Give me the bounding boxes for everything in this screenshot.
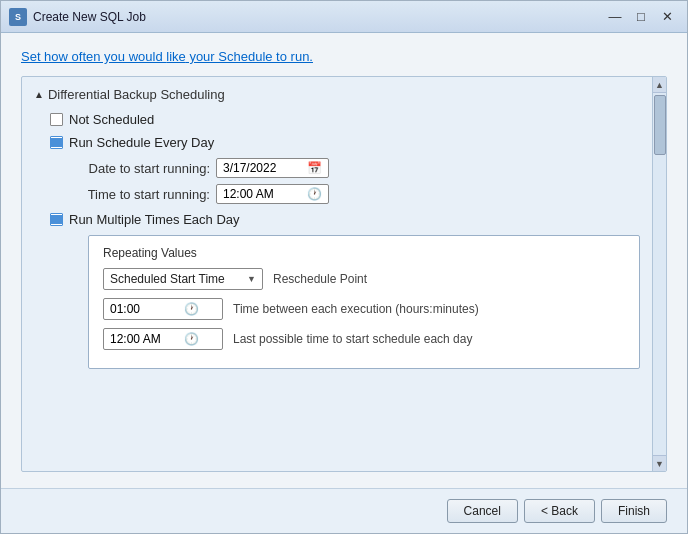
not-scheduled-checkbox[interactable] (50, 113, 63, 126)
title-bar: S Create New SQL Job — □ ✕ (1, 1, 687, 33)
last-time-input[interactable] (110, 332, 180, 346)
run-every-day-label: Run Schedule Every Day (69, 135, 214, 150)
scroll-content: ▲ Differential Backup Scheduling Not Sch… (22, 77, 652, 471)
content-area: Set how often you would like your Schedu… (1, 33, 687, 488)
scrollbar-up-button[interactable]: ▲ (653, 77, 667, 93)
description-text: Set how often you would like your Schedu… (21, 49, 667, 64)
maximize-button[interactable]: □ (629, 7, 653, 27)
scheduled-start-time-dropdown[interactable]: Scheduled Start Time ▼ (103, 268, 263, 290)
time-row: Time to start running: 🕐 (70, 184, 640, 204)
not-scheduled-option[interactable]: Not Scheduled (50, 112, 640, 127)
cancel-button[interactable]: Cancel (447, 499, 518, 523)
repeating-values-box: Repeating Values Scheduled Start Time ▼ … (88, 235, 640, 369)
repeating-title: Repeating Values (103, 246, 625, 260)
main-panel: ▲ Differential Backup Scheduling Not Sch… (21, 76, 667, 472)
run-multiple-section: Run Multiple Times Each Day Repeating Va… (50, 212, 640, 369)
scrollbar[interactable]: ▲ ▼ (652, 77, 666, 471)
date-input-group[interactable]: 📅 (216, 158, 329, 178)
description-link[interactable]: like (166, 49, 186, 64)
run-multiple-label: Run Multiple Times Each Day (69, 212, 240, 227)
interval-clock-icon[interactable]: 🕐 (184, 302, 199, 316)
interval-input-group[interactable]: 🕐 (103, 298, 223, 320)
dropdown-value: Scheduled Start Time (110, 272, 243, 286)
last-time-row: 🕐 Last possible time to start schedule e… (103, 328, 625, 350)
interval-input[interactable] (110, 302, 180, 316)
window-title: Create New SQL Job (33, 10, 603, 24)
window-controls: — □ ✕ (603, 7, 679, 27)
not-scheduled-label: Not Scheduled (69, 112, 154, 127)
run-multiple-option[interactable]: Run Multiple Times Each Day (50, 212, 640, 227)
calendar-icon[interactable]: 📅 (307, 161, 322, 175)
interval-row: 🕐 Time between each execution (hours:min… (103, 298, 625, 320)
section-title: Differential Backup Scheduling (48, 87, 225, 102)
last-time-desc: Last possible time to start schedule eac… (233, 332, 472, 346)
date-label: Date to start running: (70, 161, 210, 176)
scrollbar-thumb[interactable] (654, 95, 666, 155)
section-header: ▲ Differential Backup Scheduling (34, 87, 640, 102)
date-row: Date to start running: 📅 (70, 158, 640, 178)
last-time-clock-icon[interactable]: 🕐 (184, 332, 199, 346)
clock-icon[interactable]: 🕐 (307, 187, 322, 201)
main-window: S Create New SQL Job — □ ✕ Set how often… (0, 0, 688, 534)
run-multiple-checkbox[interactable] (50, 213, 63, 226)
description-after: your Schedule to run. (186, 49, 313, 64)
footer: Cancel < Back Finish (1, 488, 687, 533)
dropdown-arrow-icon: ▼ (247, 274, 256, 284)
back-button[interactable]: < Back (524, 499, 595, 523)
time-input[interactable] (223, 187, 303, 201)
date-input[interactable] (223, 161, 303, 175)
scrollbar-down-button[interactable]: ▼ (653, 455, 667, 471)
time-label: Time to start running: (70, 187, 210, 202)
run-every-day-checkbox[interactable] (50, 136, 63, 149)
run-every-day-option[interactable]: Run Schedule Every Day (50, 135, 640, 150)
description-before: Set how often you would (21, 49, 166, 64)
finish-button[interactable]: Finish (601, 499, 667, 523)
interval-desc: Time between each execution (hours:minut… (233, 302, 479, 316)
collapse-icon[interactable]: ▲ (34, 89, 44, 100)
app-icon: S (9, 8, 27, 26)
time-input-group[interactable]: 🕐 (216, 184, 329, 204)
minimize-button[interactable]: — (603, 7, 627, 27)
dropdown-row: Scheduled Start Time ▼ Reschedule Point (103, 268, 625, 290)
last-time-input-group[interactable]: 🕐 (103, 328, 223, 350)
close-button[interactable]: ✕ (655, 7, 679, 27)
options-area: Not Scheduled Run Schedule Every Day Dat… (34, 112, 640, 369)
reschedule-label: Reschedule Point (273, 272, 367, 286)
